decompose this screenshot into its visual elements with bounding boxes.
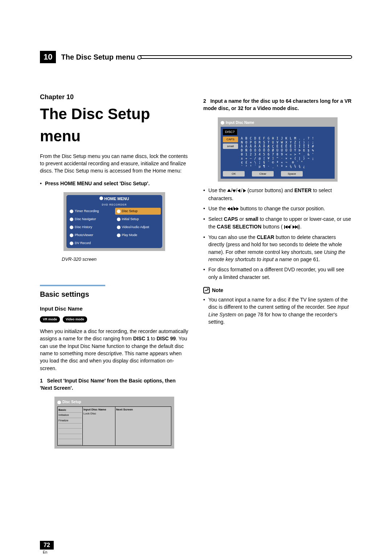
subsection-input-disc-name: Input Disc Name bbox=[40, 305, 189, 313]
disc-setup-left-pane: Basic Initialize Finalize bbox=[57, 406, 83, 446]
input-disc-name-icon bbox=[221, 121, 224, 125]
skip-forward-icon bbox=[293, 223, 298, 231]
chapter-label: Chapter 10 bbox=[40, 92, 189, 102]
section-divider bbox=[40, 285, 105, 286]
home-menu-title: HOME MENU bbox=[104, 197, 129, 201]
menu-item-photoviewer: PhotoViewer bbox=[68, 232, 114, 239]
home-menu-icon bbox=[99, 197, 103, 200]
rewind-icon bbox=[227, 205, 232, 212]
clear-button-shot: Clear bbox=[252, 171, 274, 177]
bullet-limited: For discs formatted on a different DVD r… bbox=[203, 266, 352, 281]
left-column: Chapter 10 The Disc Setup menu From the … bbox=[40, 92, 189, 454]
main-title: The Disc Setup menu bbox=[40, 103, 189, 147]
bullet-position: Use the / buttons to change the cursor p… bbox=[203, 205, 352, 212]
chapter-title: The Disc Setup menu bbox=[61, 53, 135, 61]
chapter-number-badge: 10 bbox=[40, 51, 56, 63]
bullet-cursor: Use the / / / (cursor buttons) and ENTER… bbox=[203, 187, 352, 202]
disc-setup-title: Disc Setup bbox=[62, 400, 81, 405]
small-button-shot: small bbox=[223, 143, 238, 149]
ok-button-shot: OK bbox=[223, 171, 245, 177]
disc-setup-icon bbox=[57, 401, 61, 404]
menu-item-disc-setup: Disc Setup bbox=[115, 208, 161, 215]
svg-marker-9 bbox=[285, 225, 287, 229]
skip-back-icon bbox=[284, 223, 290, 231]
menu-item-initial-setup: Initial Setup bbox=[115, 216, 161, 223]
menu-item-dv-record: DV Record bbox=[68, 240, 114, 247]
disc-setup-mid-pane: Input Disc Name Lock Disc bbox=[83, 406, 115, 446]
svg-marker-2 bbox=[237, 189, 240, 193]
bullet-case: Select CAPS or small to change to upper … bbox=[203, 215, 352, 231]
vr-mode-pill: VR mode bbox=[40, 316, 60, 323]
note-bullet: You cannot input a name for a disc if th… bbox=[203, 296, 352, 325]
section-basic-settings: Basic settings bbox=[40, 289, 189, 300]
note-label: Note bbox=[212, 287, 223, 294]
forward-icon bbox=[234, 205, 239, 212]
note-icon bbox=[203, 287, 210, 293]
right-arrow-icon bbox=[242, 187, 246, 194]
svg-marker-11 bbox=[293, 225, 295, 229]
input-disc-name-screenshot: Input Disc Name DISC7 CAPS small A B C D… bbox=[218, 117, 338, 182]
disc-setup-screenshot: Disc Setup Basic Initialize Finalize Inp… bbox=[54, 397, 174, 449]
intro-paragraph: From the Disc Setup menu you can name di… bbox=[40, 153, 189, 175]
left-arrow-icon bbox=[237, 187, 241, 194]
menu-item-play-mode: Play Mode bbox=[115, 232, 161, 239]
svg-marker-3 bbox=[243, 189, 246, 193]
menu-item-video-audio: Video/Audio Adjust bbox=[115, 224, 161, 231]
svg-marker-10 bbox=[287, 225, 290, 229]
input-disc-name-paragraph: When you initialize a disc for recording… bbox=[40, 328, 189, 372]
svg-marker-5 bbox=[230, 207, 232, 211]
right-column: 2 Input a name for the disc up to 64 cha… bbox=[203, 92, 352, 454]
home-menu-subtitle: DVD RECORDER bbox=[66, 203, 162, 207]
down-arrow-icon bbox=[232, 187, 236, 194]
svg-marker-7 bbox=[236, 207, 239, 211]
input-disc-name-title: Input Disc Name bbox=[226, 120, 254, 126]
caps-button-shot: CAPS bbox=[223, 137, 238, 142]
step-1: 1 Select 'Input Disc Name' from the Basi… bbox=[40, 377, 189, 392]
video-mode-pill: Video mode bbox=[63, 316, 87, 323]
page-footer: 72 En bbox=[40, 541, 352, 554]
menu-item-disc-navigator: Disc Navigator bbox=[68, 216, 114, 223]
header-rule bbox=[139, 55, 352, 59]
page-header: 10 The Disc Setup menu bbox=[40, 51, 352, 63]
character-grid: A B C D E F G H I J K L M . , ? ! N O P … bbox=[241, 137, 314, 169]
menu-item-disc-history: Disc History bbox=[68, 224, 114, 231]
home-menu-screenshot: HOME MENU DVD RECORDER Timer Recording D… bbox=[64, 192, 165, 251]
step-home-menu: Press HOME MENU and select 'Disc Setup'. bbox=[45, 181, 150, 186]
page-number: 72 bbox=[40, 541, 54, 550]
up-arrow-icon bbox=[227, 187, 231, 194]
step-2: 2 Input a name for the disc up to 64 cha… bbox=[203, 97, 352, 112]
svg-marker-0 bbox=[227, 189, 231, 192]
svg-marker-6 bbox=[234, 207, 236, 211]
disc-name-field: DISC7 bbox=[223, 129, 237, 135]
svg-rect-8 bbox=[284, 225, 285, 229]
svg-marker-12 bbox=[295, 225, 298, 229]
svg-marker-1 bbox=[232, 190, 236, 193]
bullet-clear: You can also use the CLEAR button to del… bbox=[203, 234, 352, 263]
svg-marker-4 bbox=[227, 207, 230, 211]
menu-item-timer-recording: Timer Recording bbox=[68, 208, 114, 215]
space-button-shot: Space bbox=[281, 171, 303, 177]
page-lang: En bbox=[43, 550, 352, 554]
disc-setup-right-pane: Next Screen bbox=[115, 406, 171, 446]
screenshot-caption: DVR-320 screen bbox=[62, 256, 189, 263]
